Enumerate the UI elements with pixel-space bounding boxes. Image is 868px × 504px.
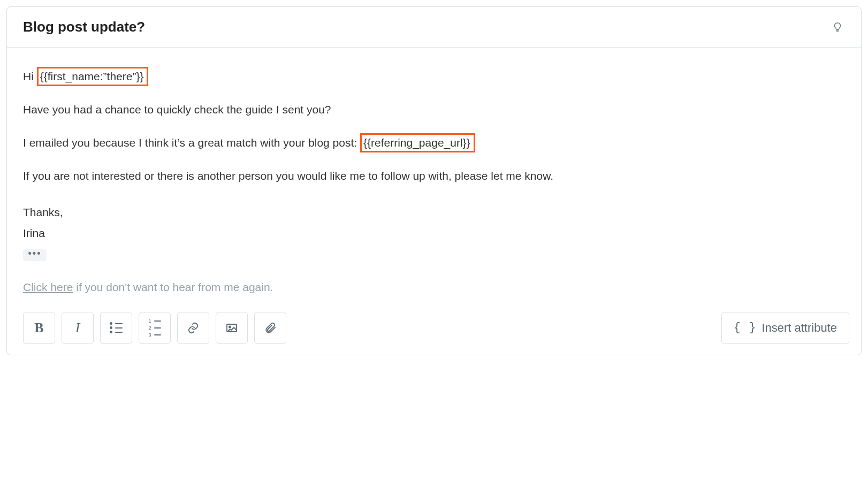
signoff-thanks: Thanks,	[23, 204, 845, 221]
first-name-placeholder[interactable]: {{first_name:”there”}}	[37, 67, 149, 86]
numbered-list-button[interactable]: 1 2 3	[139, 312, 171, 344]
email-body[interactable]: Hi {{first_name:”there”}} Have you had a…	[7, 48, 861, 306]
svg-point-1	[229, 326, 231, 327]
subject-line[interactable]: Blog post update?	[23, 19, 145, 35]
email-editor-card: Blog post update? Hi {{first_name:”there…	[6, 6, 862, 355]
insert-attribute-label: Insert attribute	[762, 321, 837, 335]
italic-icon: I	[75, 320, 80, 336]
referring-url-placeholder[interactable]: {{referring_page_url}}	[360, 133, 475, 152]
editor-header: Blog post update?	[7, 7, 861, 48]
attachment-button[interactable]	[254, 312, 286, 344]
numbered-list-icon: 1 2 3	[148, 317, 161, 339]
signoff-name: Irina	[23, 225, 845, 242]
link-icon	[187, 322, 200, 334]
paperclip-icon	[264, 322, 277, 334]
editor-toolbar: B I 1 2 3	[7, 306, 861, 355]
greeting-line: Hi {{first_name:”there”}}	[23, 67, 845, 86]
body-line-2-prefix: I emailed you because I think it’s a gre…	[23, 136, 360, 149]
image-button[interactable]	[216, 312, 248, 344]
lightbulb-icon[interactable]	[830, 20, 845, 35]
greeting-prefix: Hi	[23, 70, 37, 82]
insert-attribute-button[interactable]: { } Insert attribute	[721, 312, 849, 344]
show-trimmed-content-button[interactable]: •••	[23, 249, 47, 261]
bullet-list-button[interactable]	[100, 312, 132, 344]
italic-button[interactable]: I	[62, 312, 94, 344]
bold-icon: B	[34, 320, 43, 336]
body-line-2: I emailed you because I think it’s a gre…	[23, 133, 845, 152]
body-line-1: Have you had a chance to quickly check t…	[23, 101, 845, 118]
body-line-3: If you are not interested or there is an…	[23, 167, 845, 185]
format-button-group: B I 1 2 3	[23, 312, 286, 344]
braces-icon: { }	[734, 321, 757, 334]
unsubscribe-rest: if you don't want to hear from me again.	[73, 281, 273, 293]
image-icon	[225, 322, 238, 334]
unsubscribe-line: Click here if you don't want to hear fro…	[23, 279, 845, 296]
unsubscribe-link[interactable]: Click here	[23, 281, 73, 293]
bold-button[interactable]: B	[23, 312, 55, 344]
bullet-list-icon	[110, 320, 123, 335]
link-button[interactable]	[177, 312, 209, 344]
